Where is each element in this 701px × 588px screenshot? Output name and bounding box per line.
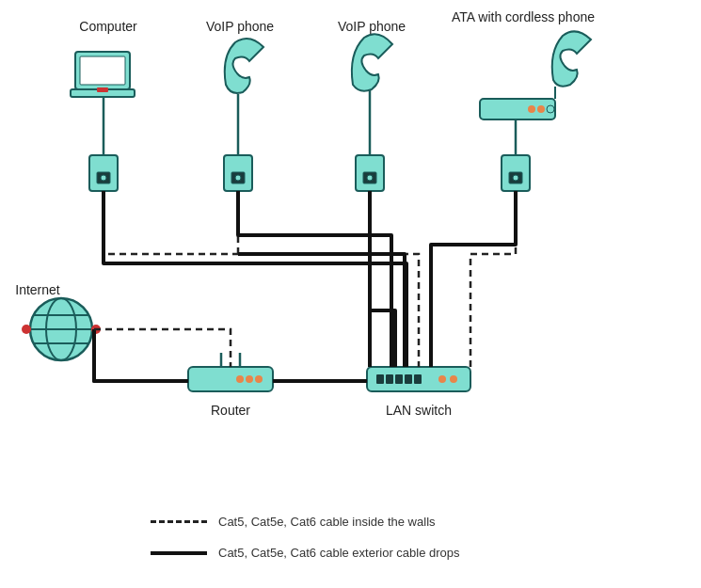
svg-rect-40 bbox=[386, 374, 393, 384]
legend-solid-item: Cat5, Cat5e, Cat6 cable exterior cable d… bbox=[151, 546, 460, 560]
svg-rect-42 bbox=[405, 374, 412, 384]
svg-point-18 bbox=[537, 105, 545, 113]
dashed-line-sample bbox=[151, 520, 207, 523]
svg-point-14 bbox=[367, 175, 373, 181]
svg-rect-39 bbox=[376, 374, 384, 384]
network-diagram: .dashed { stroke: #222; stroke-width: 2.… bbox=[0, 0, 701, 588]
lan-switch-label: LAN switch bbox=[367, 403, 470, 418]
svg-point-6 bbox=[101, 175, 106, 181]
svg-rect-41 bbox=[395, 374, 403, 384]
svg-point-45 bbox=[450, 375, 457, 383]
legend-dashed-item: Cat5, Cat5e, Cat6 cable inside the walls bbox=[151, 515, 460, 529]
svg-point-36 bbox=[246, 375, 253, 383]
svg-point-23 bbox=[513, 175, 518, 181]
internet-label: Internet bbox=[5, 282, 71, 297]
svg-point-37 bbox=[255, 375, 263, 383]
legend-dashed-text: Cat5, Cat5e, Cat6 cable inside the walls bbox=[218, 515, 436, 529]
svg-point-30 bbox=[22, 325, 31, 334]
legend-solid-text: Cat5, Cat5e, Cat6 cable exterior cable d… bbox=[218, 546, 460, 560]
svg-rect-1 bbox=[80, 56, 125, 85]
computer-label: Computer bbox=[71, 19, 146, 34]
ata-label: ATA with cordless phone bbox=[452, 9, 602, 24]
solid-line-sample bbox=[151, 551, 207, 555]
legend: Cat5, Cat5e, Cat6 cable inside the walls… bbox=[151, 515, 460, 560]
svg-point-10 bbox=[235, 175, 241, 181]
svg-point-44 bbox=[438, 375, 446, 383]
voip1-label: VoIP phone bbox=[202, 19, 278, 34]
svg-rect-3 bbox=[97, 87, 108, 92]
svg-rect-43 bbox=[414, 374, 422, 384]
voip2-label: VoIP phone bbox=[334, 19, 409, 34]
svg-point-19 bbox=[547, 105, 554, 113]
svg-point-17 bbox=[528, 105, 535, 113]
router-label: Router bbox=[188, 403, 273, 418]
svg-point-35 bbox=[236, 375, 244, 383]
